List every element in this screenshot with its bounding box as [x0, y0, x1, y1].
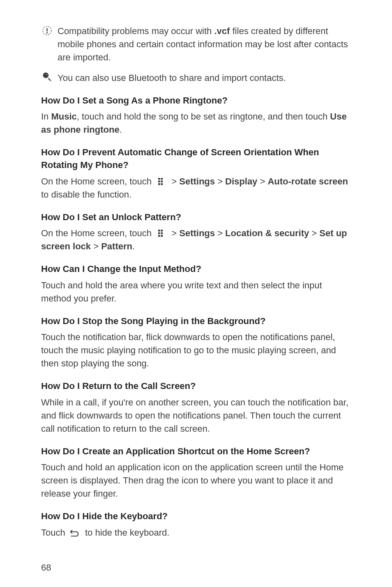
body-text: In [41, 111, 51, 122]
body-text: to disable the function. [41, 189, 131, 200]
bold-term: Display [225, 176, 257, 186]
svg-rect-6 [161, 178, 163, 180]
svg-point-4 [46, 74, 47, 75]
svg-rect-12 [161, 230, 163, 232]
section-paragraph: On the Home screen, touch > Settings > D… [41, 175, 353, 201]
bold-term: Settings [179, 228, 215, 238]
body-text: . [132, 241, 135, 251]
body-text: . [120, 124, 122, 135]
warning-text: Compatibility problems may occur with .v… [58, 25, 353, 64]
bold-term: Settings [179, 176, 215, 186]
section-heading: How Do I Return to the Call Screen? [41, 380, 353, 393]
bold-term: Music [51, 111, 76, 122]
section-heading: How Do I Set an Unlock Pattern? [41, 211, 353, 224]
section-paragraph: Touch and hold the area where you write … [41, 279, 353, 305]
section-paragraph: On the Home screen, touch > Settings > L… [41, 227, 353, 253]
section-paragraph: Touch to hide the keyboard. [41, 526, 353, 539]
section-heading: How Do I Set a Song As a Phone Ringtone? [41, 94, 353, 107]
body-text: , touch and hold the song to be set as r… [77, 111, 330, 122]
svg-rect-13 [158, 232, 160, 235]
body-text: Touch and hold an application icon on th… [41, 462, 344, 499]
warning-callout: Compatibility problems may occur with .v… [41, 25, 353, 64]
svg-point-2 [46, 32, 47, 33]
bold-term: Auto-rotate screen [267, 176, 348, 186]
section-paragraph: In Music, touch and hold the song to be … [41, 110, 353, 136]
body-text: > [257, 176, 267, 186]
section-heading: How Do I Prevent Automatic Change of Scr… [41, 146, 353, 172]
section-heading: How Can I Change the Input Method? [41, 263, 353, 276]
body-text: > [169, 228, 179, 238]
body-text: On the Home screen, touch [41, 176, 154, 186]
svg-rect-16 [161, 235, 163, 237]
body-text: > [169, 176, 179, 186]
back-icon [69, 526, 81, 534]
document-page: Compatibility problems may occur with .v… [0, 0, 392, 587]
svg-rect-15 [158, 235, 160, 237]
body-text: > [215, 176, 225, 186]
svg-rect-14 [161, 232, 163, 235]
tip-text: You can also use Bluetooth to share and … [58, 71, 353, 85]
section-paragraph: Touch the notification bar, flick downwa… [41, 331, 353, 370]
body-text: > [91, 241, 101, 251]
apps-grid-icon [156, 175, 167, 182]
section-paragraph: Touch and hold an application icon on th… [41, 461, 353, 500]
svg-rect-1 [46, 28, 48, 31]
warning-icon [41, 25, 53, 36]
tip-callout: You can also use Bluetooth to share and … [41, 71, 353, 85]
body-text: to hide the keyboard. [83, 527, 170, 538]
section-heading: How Do I Stop the Song Playing in the Ba… [41, 315, 353, 328]
body-text: Touch and hold the area where you write … [41, 280, 322, 304]
body-text: On the Home screen, touch [41, 228, 154, 238]
page-number: 68 [41, 562, 51, 573]
tip-icon [41, 71, 53, 83]
sections-container: How Do I Set a Song As a Phone Ringtone?… [41, 94, 353, 539]
svg-rect-11 [158, 230, 160, 232]
section-heading: How Do I Create an Application Shortcut … [41, 445, 353, 458]
section-paragraph: While in a call, if you're on another sc… [41, 396, 353, 435]
apps-grid-icon [156, 227, 167, 234]
body-text: While in a call, if you're on another sc… [41, 397, 348, 434]
bold-term: Location & security [225, 228, 309, 238]
body-text: Touch the notification bar, flick downwa… [41, 332, 336, 368]
svg-rect-10 [161, 183, 163, 185]
svg-rect-5 [158, 178, 160, 180]
svg-rect-7 [158, 180, 160, 182]
svg-rect-9 [158, 183, 160, 185]
section-heading: How Do I Hide the Keyboard? [41, 510, 353, 523]
body-text: Touch [41, 527, 68, 538]
svg-point-3 [43, 73, 48, 78]
svg-rect-8 [161, 180, 163, 182]
body-text: > [215, 228, 225, 238]
body-text: > [309, 228, 319, 238]
bold-term: Pattern [101, 241, 132, 251]
